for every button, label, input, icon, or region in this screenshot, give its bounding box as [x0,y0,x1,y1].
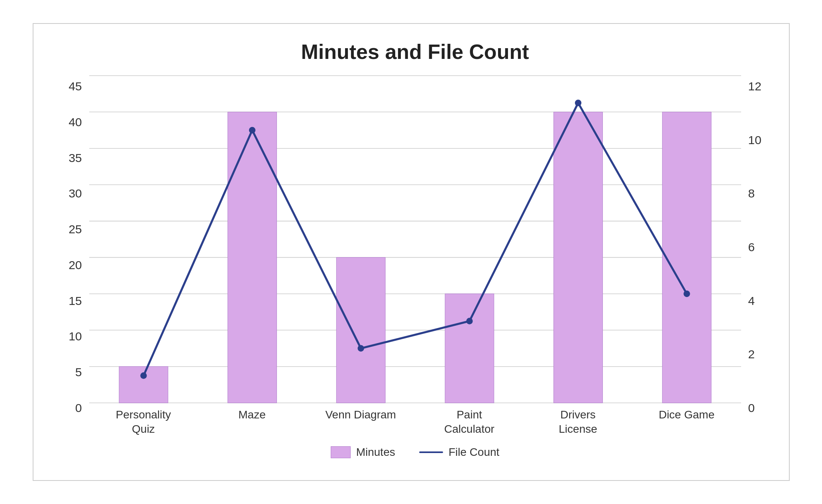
y-right-8: 8 [748,187,755,200]
chart-svg [89,76,741,403]
bar-drivers-license [553,112,602,403]
y-axis-right: 0 2 4 6 8 10 12 [741,76,765,439]
y-right-0: 0 [748,401,755,415]
dot-dice-game [683,291,690,297]
chart-title: Minutes and File Count [301,40,529,64]
y-right-6: 6 [748,240,755,254]
x-label-dice-game: Dice Game [632,408,741,439]
bar-personality-quiz [119,367,168,403]
y-left-10: 10 [69,330,82,343]
y-right-2: 2 [748,348,755,361]
legend-filecount: File Count [419,446,500,459]
y-left-15: 15 [69,294,82,308]
dot-paint-calculator [466,318,473,324]
x-label-paint-calculator: PaintCalculator [415,408,524,439]
legend-minutes-box [331,446,351,458]
x-label-drivers-license: DriversLicense [524,408,632,439]
dot-personality-quiz [140,372,147,379]
x-label-personality-quiz: PersonalityQuiz [89,408,198,439]
y-right-12: 12 [748,80,761,93]
bar-maze [228,112,277,403]
legend-filecount-label: File Count [449,446,500,459]
y-left-45: 45 [69,80,82,93]
y-right-10: 10 [748,133,761,147]
bar-dice-game [662,112,711,403]
legend-filecount-line [419,451,443,453]
y-left-20: 20 [69,258,82,272]
y-left-30: 30 [69,187,82,200]
x-label-maze: Maze [198,408,306,439]
y-left-40: 40 [69,115,82,129]
y-left-0: 0 [75,401,82,415]
dot-maze [249,127,255,133]
chart-container: Minutes and File Count 0 5 10 15 20 25 3… [33,23,790,481]
chart-main: PersonalityQuiz Maze Venn Diagram PaintC… [89,76,741,439]
legend-minutes-label: Minutes [356,446,395,459]
chart-area: 0 5 10 15 20 25 30 35 40 45 [65,76,765,439]
y-left-5: 5 [75,365,82,379]
legend: Minutes File Count [331,446,500,459]
x-labels: PersonalityQuiz Maze Venn Diagram PaintC… [89,403,741,439]
dot-drivers-license [575,100,581,106]
grid-and-bars [89,76,741,403]
legend-minutes: Minutes [331,446,395,459]
y-axis-left: 0 5 10 15 20 25 30 35 40 45 [65,76,89,439]
y-right-4: 4 [748,294,755,308]
x-label-venn-diagram: Venn Diagram [306,408,415,439]
file-count-line [143,103,687,376]
bar-paint-calculator [445,294,494,403]
dot-venn-diagram [357,345,364,352]
bar-venn-diagram [336,258,385,403]
y-left-25: 25 [69,223,82,236]
y-left-35: 35 [69,151,82,165]
